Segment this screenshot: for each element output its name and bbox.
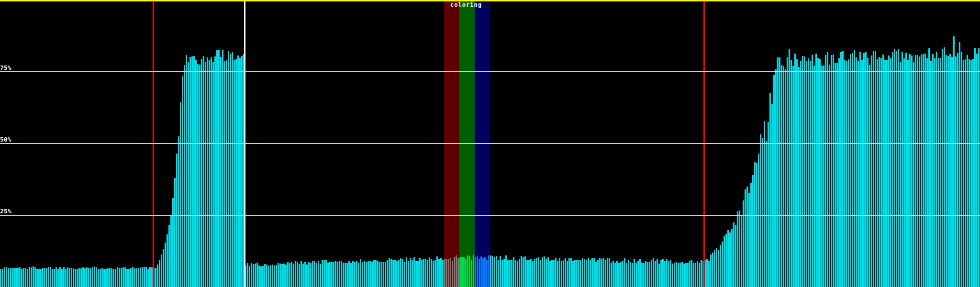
histogram-bar bbox=[346, 263, 348, 287]
histogram-bar bbox=[101, 268, 103, 287]
histogram-bar bbox=[645, 261, 646, 287]
histogram-bar bbox=[588, 258, 589, 287]
histogram-bar bbox=[61, 269, 63, 287]
histogram-bar bbox=[25, 268, 26, 287]
histogram-bar bbox=[534, 259, 535, 287]
histogram-bar bbox=[98, 269, 99, 287]
histogram-bar bbox=[459, 257, 461, 287]
histogram-bar bbox=[105, 269, 107, 287]
histogram-bar bbox=[182, 76, 183, 287]
histogram-bar bbox=[94, 266, 95, 287]
histogram-bar bbox=[371, 262, 373, 287]
histogram-bar bbox=[84, 268, 86, 287]
histogram-bar bbox=[678, 263, 679, 287]
histogram-bar bbox=[605, 260, 606, 287]
histogram-bar bbox=[729, 232, 731, 287]
histogram-bar bbox=[492, 256, 493, 287]
histogram-bar bbox=[567, 261, 568, 287]
histogram-bar bbox=[976, 54, 978, 287]
histogram-bar bbox=[521, 256, 522, 287]
histogram-bar bbox=[6, 267, 7, 287]
histogram-bar bbox=[760, 134, 761, 287]
histogram-bar bbox=[934, 58, 935, 287]
histogram-bar bbox=[712, 253, 713, 287]
histogram-bar bbox=[601, 259, 602, 287]
histogram-bar bbox=[538, 257, 539, 287]
histogram-bar bbox=[46, 268, 47, 287]
histogram-bar bbox=[197, 64, 199, 287]
histogram-bar bbox=[438, 259, 440, 287]
histogram-bar bbox=[584, 259, 585, 287]
histogram-bar bbox=[482, 258, 484, 287]
histogram-bar bbox=[260, 266, 262, 287]
histogram-bar bbox=[239, 58, 241, 287]
histogram-bar bbox=[207, 57, 208, 287]
histogram-bar bbox=[687, 263, 689, 287]
histogram-bar bbox=[54, 269, 55, 287]
histogram-bar bbox=[115, 269, 116, 287]
histogram-bar bbox=[163, 249, 164, 287]
histogram-bar bbox=[781, 65, 782, 287]
histogram-bar bbox=[762, 138, 763, 287]
histogram-bar bbox=[894, 49, 895, 287]
histogram-bar bbox=[195, 60, 197, 287]
histogram-bar bbox=[431, 259, 432, 287]
histogram-bar bbox=[863, 53, 865, 287]
histogram-bar bbox=[892, 52, 893, 287]
histogram-bar bbox=[170, 215, 172, 287]
histogram-bar bbox=[859, 52, 861, 287]
histogram-bar bbox=[339, 261, 340, 287]
histogram-bar bbox=[172, 198, 174, 287]
histogram-bar bbox=[938, 58, 939, 287]
histogram-bar bbox=[848, 59, 849, 287]
histogram-bar bbox=[100, 269, 101, 287]
histogram-bar bbox=[103, 269, 105, 287]
histogram-bar bbox=[701, 260, 702, 287]
histogram-bar bbox=[563, 260, 564, 287]
histogram-bar bbox=[17, 268, 19, 287]
histogram-bar bbox=[829, 65, 830, 287]
histogram-bar bbox=[590, 260, 591, 287]
histogram-bar bbox=[582, 258, 583, 287]
histogram-bar bbox=[806, 61, 807, 287]
histogram-bar bbox=[724, 236, 725, 287]
histogram-bar bbox=[831, 55, 832, 287]
top-border-line bbox=[0, 0, 980, 1]
histogram-bar bbox=[691, 260, 692, 287]
histogram-bar bbox=[768, 122, 769, 287]
histogram-bar bbox=[33, 266, 34, 287]
histogram-bar bbox=[42, 268, 44, 287]
histogram-bar bbox=[817, 58, 819, 287]
histogram-bar bbox=[856, 57, 857, 287]
histogram-bar bbox=[622, 261, 624, 287]
histogram-bar bbox=[507, 260, 509, 287]
histogram-bar bbox=[576, 260, 578, 287]
histogram-bar bbox=[48, 267, 49, 287]
histogram-bar bbox=[660, 260, 662, 287]
coloring-band-0 bbox=[444, 1, 459, 287]
histogram-bar bbox=[756, 163, 757, 287]
histogram-bar bbox=[167, 234, 168, 287]
histogram-bar bbox=[505, 255, 507, 287]
histogram-bar bbox=[547, 257, 549, 287]
histogram-bar bbox=[825, 55, 826, 287]
histogram-bar bbox=[379, 262, 380, 287]
histogram-bar bbox=[628, 260, 629, 287]
histogram-bar bbox=[974, 48, 976, 287]
histogram-bar bbox=[542, 257, 543, 287]
histogram-bar bbox=[19, 267, 21, 287]
histogram-bar bbox=[352, 261, 354, 287]
histogram-bar bbox=[327, 263, 329, 287]
histogram-bar bbox=[716, 248, 717, 287]
histogram-bar bbox=[572, 261, 574, 287]
histogram-bar bbox=[846, 61, 847, 287]
histogram-bar bbox=[911, 55, 913, 287]
histogram-bar bbox=[940, 58, 941, 287]
histogram-bar bbox=[176, 154, 178, 287]
coloring-label: coloring bbox=[450, 1, 482, 8]
histogram-bar bbox=[456, 255, 457, 287]
histogram-bar bbox=[358, 263, 359, 287]
histogram-bar bbox=[463, 257, 465, 287]
histogram-bar bbox=[157, 265, 158, 287]
histogram-bar bbox=[586, 260, 587, 287]
